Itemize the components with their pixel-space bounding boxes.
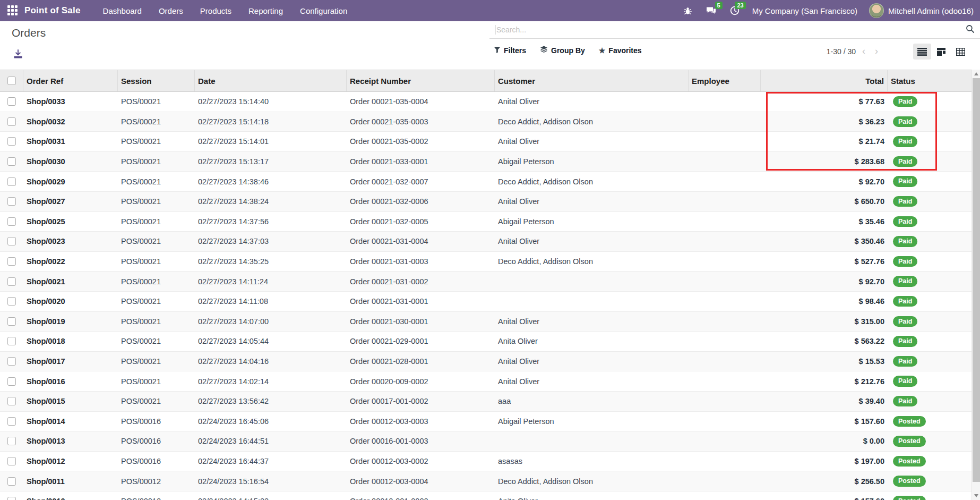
pager-previous-icon[interactable]: ‹ (859, 46, 869, 57)
apps-grid-icon[interactable] (7, 5, 18, 16)
table-row[interactable]: Shop/0020 POS/00021 02/27/2023 14:11:08 … (0, 292, 972, 312)
table-row[interactable]: Shop/0015 POS/00021 02/27/2023 13:56:42 … (0, 392, 972, 412)
employee-cell (689, 132, 761, 151)
table-row[interactable]: Shop/0013 POS/00016 02/24/2023 16:44:51 … (0, 431, 972, 452)
table-row[interactable]: Shop/0011 POS/00012 02/24/2023 15:16:54 … (0, 471, 972, 491)
group-by-button[interactable]: Group By (540, 46, 585, 55)
table-row[interactable]: Shop/0018 POS/00021 02/27/2023 14:05:44 … (0, 332, 972, 352)
session-cell: POS/00012 (118, 491, 195, 500)
row-checkbox[interactable] (7, 357, 16, 366)
table-row[interactable]: Shop/0025 POS/00021 02/27/2023 14:37:56 … (0, 212, 972, 232)
favorites-button[interactable]: ★ Favorites (599, 46, 642, 55)
pivot-view-button[interactable] (951, 44, 969, 60)
menu-products[interactable]: Products (194, 1, 238, 21)
row-checkbox[interactable] (7, 477, 16, 486)
receipt-number-cell: Order 00021-028-0001 (347, 352, 495, 371)
row-checkbox[interactable] (7, 397, 16, 405)
row-checkbox[interactable] (7, 157, 16, 166)
row-checkbox[interactable] (7, 457, 16, 465)
status-badge: Paid (893, 376, 917, 386)
scrollbar-thumb[interactable] (973, 78, 980, 482)
table-row[interactable]: Shop/0023 POS/00021 02/27/2023 14:37:03 … (0, 232, 972, 252)
customer-cell: asasas (495, 452, 689, 471)
row-checkbox[interactable] (7, 97, 16, 106)
table-row[interactable]: Shop/0033 POS/00021 02/27/2023 15:14:40 … (0, 92, 972, 112)
scroll-down-arrow-icon[interactable] (972, 491, 980, 500)
status-cell: Paid (888, 172, 972, 191)
row-checkbox[interactable] (7, 257, 16, 266)
funnel-icon (494, 46, 501, 55)
search-bar[interactable]: Search... (489, 21, 980, 39)
column-header-session[interactable]: Session (118, 70, 195, 91)
filters-button[interactable]: Filters (494, 46, 526, 55)
table-row[interactable]: Shop/0010 POS/00012 02/24/2023 14:15:22 … (0, 491, 972, 500)
row-checkbox[interactable] (7, 337, 16, 345)
table-row[interactable]: Shop/0014 POS/00016 02/24/2023 16:45:06 … (0, 412, 972, 432)
date-cell: 02/24/2023 14:15:22 (195, 491, 347, 500)
column-header-status[interactable]: Status (888, 70, 972, 91)
select-all-checkbox[interactable] (7, 77, 16, 85)
column-header-receipt-number[interactable]: Receipt Number (347, 70, 495, 91)
activities-clock-icon[interactable]: 23 (729, 5, 741, 16)
order-ref-cell: Shop/0022 (23, 252, 118, 272)
column-header-employee[interactable]: Employee (689, 70, 761, 91)
app-name[interactable]: Point of Sale (24, 5, 81, 16)
table-row[interactable]: Shop/0027 POS/00021 02/27/2023 14:38:24 … (0, 192, 972, 212)
employee-cell (689, 92, 761, 112)
bug-icon[interactable] (682, 5, 694, 16)
messages-icon[interactable]: 5 (706, 5, 717, 16)
column-header-total[interactable]: Total (761, 70, 888, 91)
order-ref-cell: Shop/0031 (23, 132, 118, 151)
table-row[interactable]: Shop/0016 POS/00021 02/27/2023 14:02:14 … (0, 371, 972, 392)
row-checkbox[interactable] (7, 177, 16, 186)
row-checkbox[interactable] (7, 237, 16, 245)
list-view-button[interactable] (913, 44, 931, 60)
column-header-order-ref[interactable]: Order Ref (23, 70, 118, 91)
vertical-scrollbar[interactable] (972, 70, 980, 500)
kanban-view-button[interactable] (932, 44, 950, 60)
row-checkbox[interactable] (7, 117, 16, 126)
customer-cell: Deco Addict, Addison Olson (495, 112, 689, 132)
order-ref-cell: Shop/0020 (23, 292, 118, 311)
pager-next-icon[interactable]: › (872, 46, 881, 57)
search-input[interactable]: Search... (496, 26, 966, 34)
menu-dashboard[interactable]: Dashboard (97, 1, 148, 21)
row-checkbox[interactable] (7, 377, 16, 386)
date-cell: 02/27/2023 14:38:24 (195, 192, 347, 211)
menu-reporting[interactable]: Reporting (242, 1, 289, 21)
status-badge: Posted (893, 496, 926, 500)
date-cell: 02/27/2023 13:56:42 (195, 392, 347, 411)
table-row[interactable]: Shop/0022 POS/00021 02/27/2023 14:35:25 … (0, 252, 972, 272)
table-row[interactable]: Shop/0029 POS/00021 02/27/2023 14:38:46 … (0, 172, 972, 192)
row-checkbox[interactable] (7, 417, 16, 426)
column-header-date[interactable]: Date (195, 70, 347, 91)
table-row[interactable]: Shop/0017 POS/00021 02/27/2023 14:04:16 … (0, 352, 972, 372)
table-row[interactable]: Shop/0019 POS/00021 02/27/2023 14:07:00 … (0, 312, 972, 332)
row-checkbox[interactable] (7, 137, 16, 146)
menu-configuration[interactable]: Configuration (294, 1, 354, 21)
row-checkbox[interactable] (7, 297, 16, 306)
table-row[interactable]: Shop/0032 POS/00021 02/27/2023 15:14:18 … (0, 112, 972, 132)
row-checkbox[interactable] (7, 277, 16, 286)
total-cell: $ 21.74 (761, 132, 888, 151)
row-checkbox[interactable] (7, 437, 16, 445)
table-row[interactable]: Shop/0012 POS/00016 02/24/2023 16:44:37 … (0, 452, 972, 472)
order-ref-cell: Shop/0012 (23, 452, 118, 471)
company-switcher[interactable]: My Company (San Francisco) (752, 6, 857, 15)
user-menu[interactable]: Mitchell Admin (odoo16) (869, 3, 974, 18)
row-checkbox[interactable] (7, 497, 16, 500)
table-row[interactable]: Shop/0031 POS/00021 02/27/2023 15:14:01 … (0, 132, 972, 152)
row-checkbox[interactable] (7, 317, 16, 326)
session-cell: POS/00021 (118, 312, 195, 332)
row-checkbox[interactable] (7, 197, 16, 206)
search-magnifier-icon[interactable] (966, 24, 975, 36)
table-row[interactable]: Shop/0021 POS/00021 02/27/2023 14:11:24 … (0, 272, 972, 292)
column-header-customer[interactable]: Customer (495, 70, 689, 91)
export-download-icon[interactable] (13, 49, 24, 61)
menu-orders[interactable]: Orders (152, 1, 190, 21)
order-ref-cell: Shop/0032 (23, 112, 118, 132)
scroll-up-arrow-icon[interactable] (972, 70, 980, 78)
row-checkbox-cell (0, 92, 23, 112)
row-checkbox[interactable] (7, 217, 16, 226)
table-row[interactable]: Shop/0030 POS/00021 02/27/2023 15:13:17 … (0, 152, 972, 172)
